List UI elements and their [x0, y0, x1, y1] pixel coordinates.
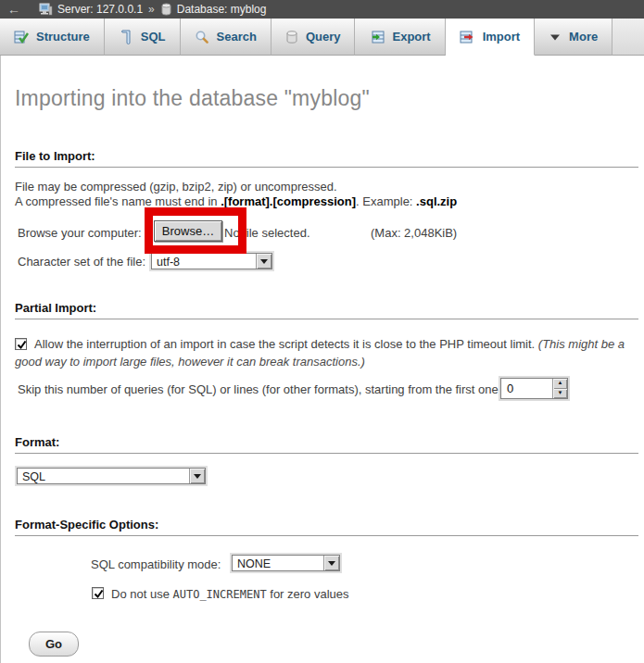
- dropdown-arrow-icon[interactable]: [256, 254, 271, 269]
- skip-queries-label: Skip this number of queries (for SQL) or…: [18, 382, 501, 396]
- structure-icon: [14, 30, 29, 44]
- allow-interruption-label: Allow the interruption of an import in c…: [34, 337, 538, 351]
- no-file-selected-text: No file selected.: [224, 226, 310, 240]
- section-format-specific-options: Format-Specific Options: SQL compatibili…: [15, 518, 638, 603]
- breadcrumb-server[interactable]: Server: 127.0.0.1: [39, 3, 143, 16]
- tab-export[interactable]: Export: [355, 19, 445, 56]
- max-size-note: (Max: 2,048KiB): [371, 226, 457, 240]
- export-icon: [369, 30, 385, 44]
- tab-import[interactable]: Import: [446, 19, 535, 56]
- auto-increment-checkbox[interactable]: [92, 587, 104, 599]
- back-arrow-icon[interactable]: ←: [7, 2, 20, 17]
- breadcrumb-bar: ← Server: 127.0.0.1 » Database: myblog: [0, 0, 644, 19]
- search-icon: [195, 30, 209, 44]
- tab-query[interactable]: Query: [271, 19, 356, 56]
- sql-icon: [119, 30, 133, 44]
- tab-bar: Structure SQL Search Query Export Import…: [0, 19, 644, 56]
- tab-label: SQL: [141, 30, 166, 44]
- sql-compatibility-label: SQL compatibility mode:: [91, 557, 221, 571]
- query-icon: [285, 30, 298, 44]
- page-title: Importing into the database "myblog": [1, 56, 644, 111]
- sql-compatibility-select[interactable]: NONE: [230, 553, 342, 573]
- skip-queries-value[interactable]: 0: [501, 379, 552, 398]
- spinner-up-icon[interactable]: ▲: [553, 379, 567, 389]
- section-file-to-import: File to Import: File may be compressed (…: [15, 149, 638, 273]
- charset-row: Character set of the file: utf-8: [15, 251, 638, 273]
- compression-note-line2: A compressed file's name must end in .[f…: [15, 194, 638, 209]
- section-heading: Partial Import:: [15, 301, 638, 319]
- tab-label: Query: [306, 30, 341, 44]
- tab-label: Search: [217, 30, 257, 44]
- tab-label: Structure: [36, 30, 90, 44]
- tab-bar-filler: [612, 19, 644, 56]
- skip-queries-input[interactable]: 0 ▲ ▼: [499, 376, 570, 401]
- auto-increment-keyword: AUTO_INCREMENT: [173, 588, 267, 601]
- tab-search[interactable]: Search: [181, 19, 271, 56]
- format-compression-hint: .[format].[compression]: [221, 194, 356, 208]
- charset-select[interactable]: utf-8: [149, 251, 274, 271]
- file-upload-row: Browse your computer: Browse… No file se…: [15, 218, 638, 251]
- breadcrumb-database-label: Database: myblog: [177, 3, 267, 16]
- tab-structure[interactable]: Structure: [0, 19, 105, 56]
- section-heading: Format:: [15, 435, 638, 454]
- section-heading: File to Import:: [15, 149, 638, 168]
- tab-more[interactable]: More: [535, 19, 612, 56]
- tab-label: Export: [392, 30, 430, 44]
- auto-increment-label: Do not use AUTO_INCREMENT for zero value…: [111, 587, 349, 601]
- breadcrumb-server-label: Server: 127.0.0.1: [57, 3, 143, 16]
- import-icon: [460, 30, 475, 44]
- chevron-down-icon: [549, 30, 562, 44]
- section-heading: Format-Specific Options:: [15, 518, 638, 536]
- sql-compatibility-value: NONE: [233, 556, 323, 570]
- allow-interruption-row: Allow the interruption of an import in c…: [15, 335, 638, 370]
- allow-interruption-checkbox[interactable]: [15, 338, 27, 350]
- tab-sql[interactable]: SQL: [105, 19, 181, 56]
- dropdown-arrow-icon[interactable]: [323, 556, 339, 570]
- go-button[interactable]: Go: [29, 632, 79, 657]
- section-format: Format: SQL: [15, 435, 638, 488]
- browse-button[interactable]: Browse…: [154, 220, 222, 242]
- format-selected-value: SQL: [18, 469, 189, 483]
- breadcrumb-separator: »: [148, 3, 155, 16]
- tab-label: Import: [483, 30, 520, 44]
- main-content: Importing into the database "myblog" Fil…: [0, 56, 644, 663]
- skip-queries-row: Skip this number of queries (for SQL) or…: [15, 376, 638, 404]
- tab-label: More: [569, 30, 598, 44]
- auto-increment-row: Do not use AUTO_INCREMENT for zero value…: [15, 586, 638, 603]
- format-select[interactable]: SQL: [15, 466, 208, 486]
- format-row: SQL: [15, 466, 638, 488]
- spinner-down-icon[interactable]: ▼: [553, 389, 567, 399]
- server-icon: [39, 3, 53, 16]
- dropdown-arrow-icon[interactable]: [189, 469, 205, 483]
- example-extension: .sql.zip: [416, 194, 457, 208]
- charset-selected-value: utf-8: [152, 254, 256, 269]
- section-partial-import: Partial Import: Allow the interruption o…: [15, 301, 638, 404]
- database-icon: [160, 3, 172, 16]
- browse-label: Browse your computer:: [18, 226, 142, 240]
- sql-compatibility-row: SQL compatibility mode: NONE: [15, 553, 638, 575]
- compression-note-line1: File may be compressed (gzip, bzip2, zip…: [15, 180, 638, 194]
- charset-label: Character set of the file:: [18, 255, 145, 269]
- breadcrumb-database[interactable]: Database: myblog: [160, 3, 267, 16]
